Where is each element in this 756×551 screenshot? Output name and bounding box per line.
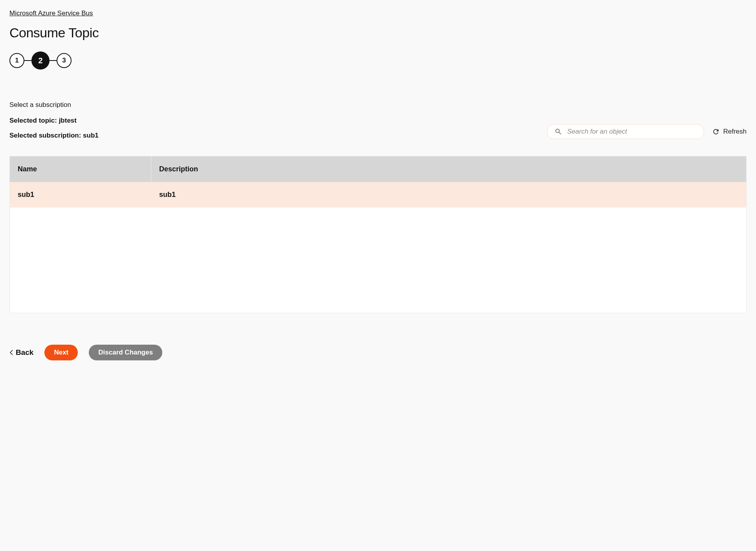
subscription-table: Name Description sub1 sub1	[9, 156, 747, 313]
refresh-button[interactable]: Refresh	[712, 128, 747, 136]
next-button[interactable]: Next	[44, 345, 78, 360]
breadcrumb-link[interactable]: Microsoft Azure Service Bus	[9, 9, 93, 17]
chevron-left-icon	[9, 350, 13, 355]
back-label: Back	[16, 348, 33, 357]
instruction-text: Select a subscription	[9, 101, 747, 109]
column-header-description[interactable]: Description	[151, 156, 746, 182]
stepper: 1 2 3	[9, 51, 747, 70]
table-row[interactable]: sub1 sub1	[10, 182, 746, 208]
table-header-row: Name Description	[10, 156, 746, 182]
step-connector	[24, 60, 31, 61]
page-title: Consume Topic	[9, 25, 747, 40]
back-button[interactable]: Back	[9, 348, 33, 357]
step-3[interactable]: 3	[57, 53, 72, 68]
search-icon	[554, 128, 562, 136]
refresh-icon	[712, 128, 720, 136]
selected-subscription-label: Selected subscription: sub1	[9, 132, 99, 140]
step-2[interactable]: 2	[31, 51, 50, 70]
refresh-label: Refresh	[723, 128, 747, 136]
step-1[interactable]: 1	[9, 53, 24, 68]
column-header-name[interactable]: Name	[10, 156, 151, 182]
cell-name: sub1	[10, 182, 151, 208]
step-connector	[50, 60, 57, 61]
search-input[interactable]	[567, 128, 697, 136]
discard-button[interactable]: Discard Changes	[89, 345, 162, 360]
selected-topic-label: Selected topic: jbtest	[9, 117, 99, 125]
search-field-wrapper[interactable]	[547, 124, 704, 139]
cell-description: sub1	[151, 182, 746, 208]
footer-actions: Back Next Discard Changes	[9, 345, 747, 360]
